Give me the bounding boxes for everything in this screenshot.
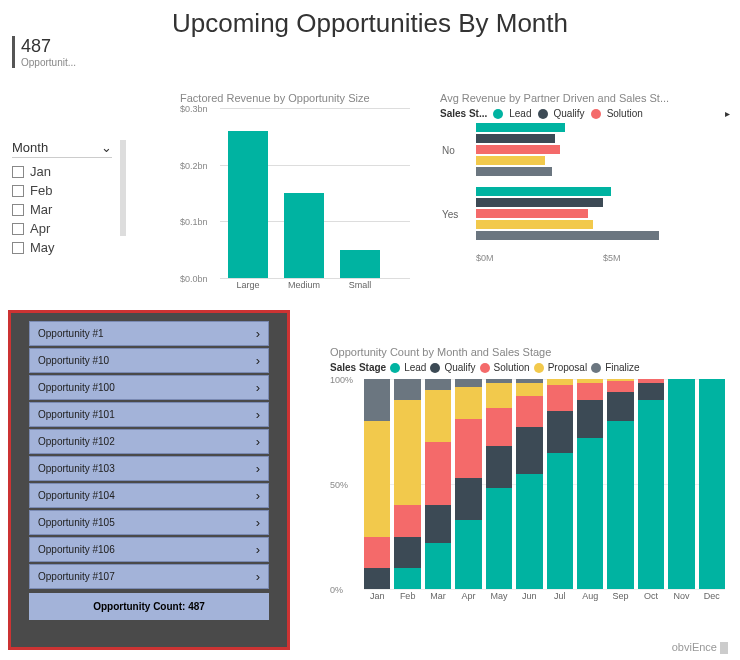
bar-segment[interactable] (394, 568, 420, 589)
list-item[interactable]: Opportunity #106› (29, 537, 269, 562)
mobile-preview[interactable]: Opportunity #1›Opportunity #10›Opportuni… (8, 310, 290, 650)
bar-segment[interactable] (455, 478, 481, 520)
bar-segment[interactable] (425, 543, 451, 589)
bar-segment[interactable] (364, 421, 390, 537)
bar[interactable] (476, 123, 565, 132)
bar-segment[interactable] (364, 537, 390, 569)
bar-column[interactable] (455, 379, 481, 589)
bar-segment[interactable] (516, 474, 542, 590)
bar[interactable] (476, 209, 588, 218)
bar-segment[interactable] (394, 505, 420, 537)
bar-segment[interactable] (394, 400, 420, 505)
bar-segment[interactable] (364, 568, 390, 589)
bar-column[interactable] (547, 379, 573, 589)
bar-segment[interactable] (425, 379, 451, 390)
legend-label: Sales St... (440, 108, 487, 119)
bar-segment[interactable] (668, 379, 694, 589)
bar-column[interactable] (668, 379, 694, 589)
bar-segment[interactable] (638, 400, 664, 589)
bar-segment[interactable] (455, 520, 481, 589)
list-item[interactable]: Opportunity #100› (29, 375, 269, 400)
list-item[interactable]: Opportunity #105› (29, 510, 269, 535)
bar-segment[interactable] (638, 383, 664, 400)
bar-segment[interactable] (364, 379, 390, 421)
checkbox-icon[interactable] (12, 185, 24, 197)
legend-more-icon[interactable]: ▸ (725, 108, 730, 119)
bar[interactable] (476, 220, 593, 229)
slicer-item[interactable]: Mar (12, 200, 112, 219)
bar[interactable] (340, 250, 380, 278)
bar[interactable] (476, 231, 659, 240)
bar-segment[interactable] (607, 392, 633, 421)
bar-column[interactable] (364, 379, 390, 589)
bar-column[interactable] (516, 379, 542, 589)
list-item[interactable]: Opportunity #103› (29, 456, 269, 481)
bar[interactable] (476, 167, 552, 176)
slicer-item-label: Apr (30, 221, 50, 236)
bar-segment[interactable] (516, 383, 542, 396)
bar[interactable] (284, 193, 324, 278)
bar-column[interactable] (577, 379, 603, 589)
bar-segment[interactable] (699, 379, 725, 589)
bar-segment[interactable] (486, 488, 512, 589)
bar-segment[interactable] (547, 385, 573, 410)
bar[interactable] (476, 187, 611, 196)
chevron-down-icon[interactable]: ⌄ (101, 140, 112, 155)
swatch-qualify (430, 363, 440, 373)
checkbox-icon[interactable] (12, 242, 24, 254)
bar-column[interactable] (699, 379, 725, 589)
bar-segment[interactable] (577, 383, 603, 400)
bar-column[interactable] (607, 379, 633, 589)
bar[interactable] (228, 131, 268, 278)
legend-item: Solution (607, 108, 643, 119)
list-item[interactable]: Opportunity #101› (29, 402, 269, 427)
bar[interactable] (476, 156, 545, 165)
checkbox-icon[interactable] (12, 204, 24, 216)
bar-segment[interactable] (516, 427, 542, 473)
month-slicer[interactable]: Month ⌄ JanFebMarAprMay (12, 140, 112, 257)
slicer-item[interactable]: Jan (12, 162, 112, 181)
bar-segment[interactable] (425, 390, 451, 443)
bar-segment[interactable] (547, 411, 573, 453)
bar-segment[interactable] (607, 381, 633, 392)
factored-revenue-chart[interactable]: Factored Revenue by Opportunity Size $0.… (180, 92, 410, 290)
list-item[interactable]: Opportunity #102› (29, 429, 269, 454)
bar-column[interactable] (638, 379, 664, 589)
bar-segment[interactable] (547, 453, 573, 590)
bar[interactable] (476, 198, 603, 207)
bar-segment[interactable] (394, 537, 420, 569)
slicer-scrollbar[interactable] (120, 140, 126, 236)
checkbox-icon[interactable] (12, 166, 24, 178)
bar-segment[interactable] (455, 419, 481, 478)
avg-revenue-chart[interactable]: Avg Revenue by Partner Driven and Sales … (440, 92, 730, 267)
bar-segment[interactable] (394, 379, 420, 400)
bar-segment[interactable] (455, 379, 481, 387)
slicer-item[interactable]: May (12, 238, 112, 257)
list-item[interactable]: Opportunity #107› (29, 564, 269, 589)
bar[interactable] (476, 134, 555, 143)
bar-segment[interactable] (455, 387, 481, 419)
slicer-item[interactable]: Apr (12, 219, 112, 238)
swatch-finalize (591, 363, 601, 373)
list-item[interactable]: Opportunity #104› (29, 483, 269, 508)
bar[interactable] (476, 145, 560, 154)
bar-segment[interactable] (486, 408, 512, 446)
bar-column[interactable] (394, 379, 420, 589)
bar-segment[interactable] (607, 421, 633, 589)
bar-segment[interactable] (425, 442, 451, 505)
bar-segment[interactable] (577, 400, 603, 438)
bar-column[interactable] (486, 379, 512, 589)
bar-segment[interactable] (516, 396, 542, 428)
slicer-item[interactable]: Feb (12, 181, 112, 200)
stacked-chart[interactable]: Opportunity Count by Month and Sales Sta… (330, 346, 725, 601)
checkbox-icon[interactable] (12, 223, 24, 235)
bar-segment[interactable] (577, 438, 603, 589)
slicer-title: Month (12, 140, 48, 155)
list-item[interactable]: Opportunity #10› (29, 348, 269, 373)
bar-segment[interactable] (425, 505, 451, 543)
list-item[interactable]: Opportunity #1› (29, 321, 269, 346)
bar-segment[interactable] (486, 446, 512, 488)
slicer-header[interactable]: Month ⌄ (12, 140, 112, 158)
bar-column[interactable] (425, 379, 451, 589)
bar-segment[interactable] (486, 383, 512, 408)
